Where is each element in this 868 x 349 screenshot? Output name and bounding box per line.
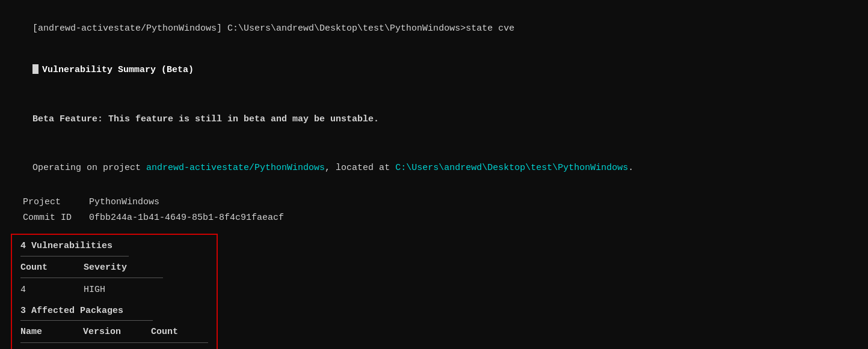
title-line: Vulnerability Summary (Beta) xyxy=(11,50,857,91)
pkg-col-name: Name xyxy=(20,324,83,341)
table-row: 4 HIGH xyxy=(20,282,163,299)
operating-suffix: . xyxy=(628,163,633,173)
commit-value: 0fbb244a-1b41-4649-85b1-8f4c91faeacf xyxy=(89,210,284,226)
prompt-text: [andrewd-activestate/PythonWindows] C:\U… xyxy=(32,23,514,34)
project-link: andrewd-activestate/PythonWindows xyxy=(146,163,325,173)
vulnerability-title: Vulnerability Summary (Beta) xyxy=(42,65,194,75)
project-value: PythonWindows xyxy=(89,195,159,210)
spacer xyxy=(11,91,857,96)
pkg-col-version: Version xyxy=(83,324,151,341)
vuln-col-severity: Severity xyxy=(84,260,163,276)
meta-project-row: Project PythonWindows xyxy=(23,195,857,210)
vulnerabilities-table: Count Severity 4 HIGH xyxy=(20,260,163,299)
packages-section: 3 Affected Packages Name Version Count xyxy=(20,305,208,350)
pkg-name-python: python xyxy=(20,347,83,350)
path-link: C:\Users\andrewd\Desktop\test\PythonWind… xyxy=(395,163,628,173)
pkg-table-divider xyxy=(20,342,208,343)
operating-prefix: Operating on project xyxy=(32,163,146,173)
pkg-header-row: Name Version Count xyxy=(20,324,208,341)
block-icon xyxy=(32,64,38,74)
operating-middle: , located at xyxy=(325,163,395,173)
vuln-col-count: Count xyxy=(20,260,84,276)
beta-warning-text: Beta Feature: This feature is still in b… xyxy=(32,114,379,124)
vulnerabilities-section: 4 Vulnerabilities Count Severity xyxy=(20,240,208,299)
packages-title: 3 Affected Packages xyxy=(20,305,208,318)
spacer2 xyxy=(11,144,857,148)
pkg-divider xyxy=(20,320,153,321)
pkg-count-python: 2 xyxy=(151,347,208,350)
vuln-severity-value: HIGH xyxy=(84,282,163,299)
operating-line: Operating on project andrewd-activestate… xyxy=(11,148,857,189)
table-row: python 3.9.16 2 xyxy=(20,347,208,350)
boxed-section: 4 Vulnerabilities Count Severity xyxy=(11,234,218,349)
meta-commit-row: Commit ID 0fbb244a-1b41-4649-85b1-8f4c91… xyxy=(23,210,857,226)
packages-table: Name Version Count python 3.9.16 2 xyxy=(20,324,208,349)
beta-warning: Beta Feature: This feature is still in b… xyxy=(11,99,857,140)
vuln-header-row: Count Severity xyxy=(20,260,163,276)
pkg-col-count: Count xyxy=(151,324,208,341)
pkg-version-python: 3.9.16 xyxy=(83,347,151,350)
meta-block: Project PythonWindows Commit ID 0fbb244a… xyxy=(23,195,857,225)
vuln-table-divider xyxy=(20,278,163,278)
terminal-window: [andrewd-activestate/PythonWindows] C:\U… xyxy=(11,8,857,349)
vuln-divider xyxy=(20,256,129,256)
pkg-divider-row xyxy=(20,341,208,347)
project-label: Project xyxy=(23,195,89,210)
vuln-count-value: 4 xyxy=(20,282,84,299)
vulnerabilities-title: 4 Vulnerabilities xyxy=(20,240,208,253)
commit-label: Commit ID xyxy=(23,210,89,226)
vuln-divider-row xyxy=(20,276,163,282)
prompt-line: [andrewd-activestate/PythonWindows] C:\U… xyxy=(11,8,857,49)
